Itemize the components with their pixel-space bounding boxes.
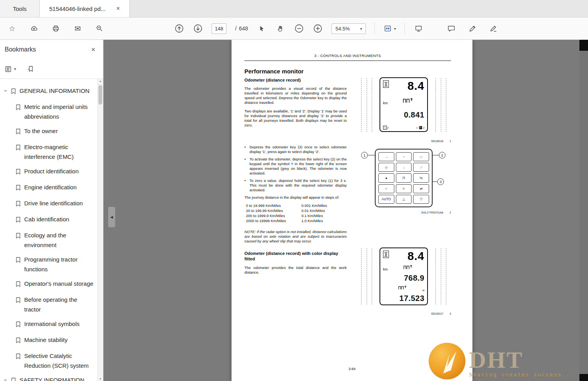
page-count-label: / 648	[235, 25, 248, 32]
sidebar-scrollbar[interactable]: ▲ ▼	[97, 79, 103, 381]
callout-line	[433, 155, 439, 155]
table-row: 0 to 19.999 Km/Miles0.001 Km/Miles	[246, 203, 347, 208]
sidebar-item-before-operating-tractor[interactable]: Before operating the tractor	[3, 292, 94, 317]
close-panel-icon[interactable]: ×	[91, 46, 95, 54]
step-cell: 0.01 Km/Miles	[301, 208, 325, 213]
tab-document[interactable]: 51544046-linked pd... ×	[40, 0, 130, 17]
bookmark-label: To the owner	[24, 126, 94, 136]
sidebar-item-operators-manual-storage[interactable]: Operator's manual storage	[3, 276, 94, 292]
sidebar-item-ecology-environment[interactable]: Ecology and the environment	[3, 228, 94, 252]
sidebar-item-machine-stability[interactable]: Machine stability	[3, 333, 94, 349]
zoom-search-icon[interactable]	[94, 23, 105, 34]
figure-caption: SS11M117 3	[356, 312, 451, 315]
scrollbar-down-icon[interactable]: ▼	[98, 377, 103, 380]
figure-code: SVIL17TR00701AA	[421, 211, 444, 214]
chevron-down-icon: ▾	[14, 67, 16, 71]
bookmark-icon	[15, 198, 22, 210]
step-cell: 1.0 Km/Miles	[301, 218, 323, 223]
cloud-upload-icon[interactable]	[29, 23, 39, 34]
sidebar-item-international-symbols[interactable]: International symbols	[3, 317, 94, 333]
zoom-out-button[interactable]	[294, 23, 304, 34]
bookmark-icon	[15, 279, 22, 290]
sidebar-item-engine-identification[interactable]: Engine identification	[3, 180, 94, 196]
bookmark-icon	[15, 166, 22, 178]
table-row: 2000 to 19999 Km/Miles1.0 Km/Miles	[246, 218, 347, 223]
previous-page-button[interactable]	[174, 23, 184, 34]
sidebar-item-product-identification[interactable]: Product identification	[3, 164, 94, 180]
figure-number: 2	[449, 211, 451, 214]
keypad-key: ⁄	[413, 163, 429, 172]
page-count-total: 648	[239, 25, 248, 32]
zoom-level-value: 54.5%	[335, 26, 350, 32]
pdf-viewer-window: Tools 51544046-linked pd... × ☆ ✉	[0, 0, 588, 381]
close-tab-icon[interactable]: ×	[116, 5, 120, 12]
sidebar-item-general-information[interactable]: › GENERAL INFORMATION	[3, 84, 94, 100]
sidebar-item-to-the-owner[interactable]: To the owner	[3, 124, 94, 140]
fit-page-button[interactable]: ▾	[383, 24, 396, 33]
highlight-pencil-icon[interactable]	[467, 23, 478, 34]
document-viewer: ◀ 3 - CONTROLS AND INSTRUMENTS Performan…	[103, 40, 579, 381]
bookmark-options-icon[interactable]: ▾	[5, 66, 16, 73]
watermark: DHT Sharing creates success...	[428, 342, 574, 381]
range-cell: 0 to 19.999 Km/Miles	[246, 203, 301, 208]
print-icon[interactable]	[51, 23, 61, 34]
bookmark-label: Operator's manual storage	[24, 279, 94, 288]
watermark-tagline: Sharing creates success...	[469, 372, 574, 377]
figure-caption: SVIL17TR00701AA 2	[356, 211, 451, 214]
next-page-button[interactable]	[193, 23, 203, 34]
scroll-mode-icon[interactable]	[413, 23, 424, 34]
mode-2-label: 2	[423, 126, 424, 129]
tab-tools-label: Tools	[13, 5, 27, 12]
bookmark-icon	[15, 295, 22, 306]
collapse-sidebar-button[interactable]: ◀	[108, 207, 115, 227]
bullet-text: To activate the odometer, depress the se…	[249, 157, 347, 176]
scrollbar-thumb[interactable]	[98, 85, 102, 105]
email-icon[interactable]: ✉	[73, 23, 83, 34]
sidebar-item-safety-information[interactable]: › SAFETY INFORMATION	[3, 373, 94, 381]
bullet-item: Depress the odometer key (3) once to sel…	[244, 145, 347, 154]
scrollbar-up-icon[interactable]: ▲	[98, 80, 103, 82]
page-title: Performance monitor	[244, 68, 347, 75]
bullet-list: Depress the odometer key (3) once to sel…	[244, 145, 347, 192]
odometer-work-value: 17.523	[383, 294, 424, 303]
chevron-down-icon[interactable]: ›	[1, 377, 11, 381]
bookmark-label: Metric and imperial units abbreviations	[24, 102, 94, 121]
keypad-key: ●	[378, 173, 394, 182]
sidebar-item-emc-interference[interactable]: Electro-magnetic interference (EMC)	[3, 140, 94, 164]
bookmarks-panel-title: Bookmarks	[5, 46, 36, 53]
bookmark-label: International symbols	[24, 319, 94, 329]
mode-separator: /	[418, 126, 419, 129]
keypad-key: AUTO	[378, 195, 394, 204]
bookmark-label: Engine identification	[24, 182, 94, 192]
chevron-down-icon[interactable]: ›	[1, 88, 11, 93]
tab-tools[interactable]: Tools	[0, 0, 40, 17]
zoom-in-button[interactable]	[313, 23, 323, 34]
range-cell: 200 to 1999.9 Km/Miles	[246, 213, 301, 218]
sidebar-item-cab-identification[interactable]: Cab identification	[3, 212, 94, 228]
fill-sign-pen-icon[interactable]	[488, 23, 499, 34]
viewer-scrollbar[interactable]	[579, 40, 588, 381]
sidebar-item-programming-tractor-functions[interactable]: Programming tractor functions	[3, 252, 94, 276]
zoom-level-select[interactable]: 54.5% ▾	[331, 23, 366, 34]
comment-icon[interactable]	[446, 23, 456, 34]
unit-label: km	[383, 101, 388, 105]
viewer-scrollbar-thumb[interactable]	[579, 40, 588, 51]
bullet-item: To zero a value, depress/ hold the selec…	[244, 178, 347, 192]
sidebar-item-drive-line-identification[interactable]: Drive line identification	[3, 196, 94, 212]
figure-keypad: 1 2 3 → ↑ □ ◇ ↓	[356, 147, 451, 214]
figure-caption: SS11M116 1	[356, 140, 451, 142]
find-current-bookmark-icon[interactable]	[27, 66, 35, 73]
bullet-item: To activate the odometer, depress the se…	[244, 157, 347, 176]
bookmarks-panel: Bookmarks × ▾ › GENERAL INFORMATION	[0, 40, 103, 381]
hand-tool-icon[interactable]	[275, 23, 285, 34]
figure-code: SS11M116	[431, 140, 443, 142]
note-text: NOTE: If the radar option is not install…	[244, 230, 347, 244]
sidebar-item-metric-imperial-units[interactable]: Metric and imperial units abbreviations	[3, 100, 94, 124]
chevron-down-icon: ▾	[394, 27, 396, 31]
select-tool-icon[interactable]	[257, 23, 267, 34]
page-number-input[interactable]	[212, 23, 226, 34]
bookmarks-toolbar: ▾	[0, 59, 103, 79]
bookmarks-panel-header: Bookmarks ×	[0, 40, 103, 59]
sidebar-item-scr-system[interactable]: Selective Catalytic Reduction (SCR) syst…	[3, 349, 94, 373]
favorites-star-icon[interactable]: ☆	[7, 23, 17, 34]
